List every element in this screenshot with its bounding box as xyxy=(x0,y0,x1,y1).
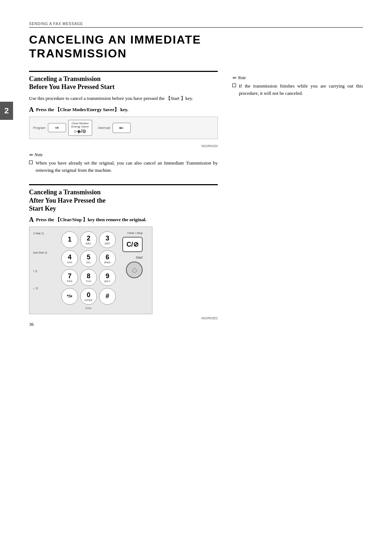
pencil-icon: ✏ xyxy=(29,152,33,158)
start-label: Start xyxy=(136,256,143,259)
step-letter-a: A xyxy=(29,106,34,113)
book-dial-label: ook Dial ⊃ xyxy=(33,251,58,255)
note-item-1: When you have already set the original, … xyxy=(29,159,218,174)
keypad-grid-wrapper: 1 2ABC 3DEF 4GHI 5JKL 6MNO 7PRS 8TUV 9 xyxy=(61,231,116,309)
key-4: 4GHI xyxy=(61,250,78,267)
clear-modes-button: Clear Modes/Energy Saver ○◈/⊚ xyxy=(68,120,92,136)
step-letter-a2: A xyxy=(29,216,34,223)
dash-label: – ⊃ xyxy=(33,286,58,290)
enter-label: Enter xyxy=(61,307,116,309)
c-stop-button: C/⊘ xyxy=(122,237,143,252)
clear-stop-label: Clear / Stop xyxy=(127,231,143,235)
top-divider xyxy=(29,27,363,28)
image-caption-2: ND2R02E2 xyxy=(29,316,218,320)
content-layout: Canceling a Transmission Before You Have… xyxy=(29,71,363,320)
keypad-grid: 1 2ABC 3DEF 4GHI 5JKL 6MNO 7PRS 8TUV 9 xyxy=(61,231,116,305)
section-label: SENDING A FAX MESSAGE xyxy=(29,22,363,26)
program-button: ⇒ xyxy=(48,123,66,132)
note-title-1: ✏ Note xyxy=(29,152,218,158)
start-button: ◇ xyxy=(126,262,143,278)
note-text-1: When you have already set the original, … xyxy=(36,159,218,174)
section2-heading: Canceling a Transmission After You Have … xyxy=(29,184,218,213)
key-image-section1: Program ⇒ Clear Modes/Energy Saver ○◈/⊚ … xyxy=(29,117,218,139)
step-text: Press the 【Clear Modes/Energy Saver】 key… xyxy=(36,106,128,113)
pencil-icon-right: ✏ xyxy=(232,75,236,81)
note-section-1: ✏ Note When you have already set the ori… xyxy=(29,152,218,174)
key-8: 8TUV xyxy=(80,269,97,286)
slash-label: / ⊃ xyxy=(33,269,58,273)
key-1: 1 xyxy=(61,231,78,248)
key-star: */× xyxy=(61,288,78,305)
keypad-main: 1 Dial ⊃ ook Dial ⊃ / ⊃ xyxy=(33,231,148,309)
key-0: 0OPER xyxy=(80,288,97,305)
section2-step: A Press the 【Clear/Stop 】key then remove… xyxy=(29,216,218,223)
key-6: 6MNO xyxy=(99,250,116,267)
section1-body: Use this procedure to cancel a transmiss… xyxy=(29,95,218,102)
key-5: 5JKL xyxy=(80,250,97,267)
key-7: 7PRS xyxy=(61,269,78,286)
key-hash: # xyxy=(99,288,116,305)
page-number: 36 xyxy=(29,321,34,327)
checkbox-icon-right xyxy=(232,84,236,87)
step-text-2: Press the 【Clear/Stop 】key then remove t… xyxy=(36,216,146,223)
right-note-text: If the transmission finishes while you a… xyxy=(239,82,363,97)
chapter-number: 2 xyxy=(4,106,9,116)
key-9: 9WXY xyxy=(99,269,116,286)
section1-heading: Canceling a Transmission Before You Have… xyxy=(29,71,218,91)
right-note-title: ✏ Note xyxy=(232,75,363,81)
right-note-item: If the transmission finishes while you a… xyxy=(232,82,363,97)
main-title: CANCELING AN IMMEDIATETRANSMISSION xyxy=(29,33,363,61)
chapter-tab: 2 xyxy=(0,102,13,120)
right-column: ✏ Note If the transmission finishes whil… xyxy=(232,71,363,320)
checkbox-icon xyxy=(29,161,33,164)
right-note-section: ✏ Note If the transmission finishes whil… xyxy=(232,75,363,97)
keypad-right: Clear / Stop C/⊘ Start ◇ xyxy=(122,231,143,309)
keypad-labels: 1 Dial ⊃ ook Dial ⊃ / ⊃ xyxy=(33,231,58,309)
left-column: Canceling a Transmission Before You Have… xyxy=(29,71,218,320)
key-3: 3DEF xyxy=(99,231,116,248)
key-2: 2ABC xyxy=(80,231,97,248)
dial-label: 1 Dial ⊃ xyxy=(33,231,58,235)
image-caption-1: ND2R01E0 xyxy=(29,144,218,148)
section2: Canceling a Transmission After You Have … xyxy=(29,184,218,320)
keypad-image: 1 Dial ⊃ ook Dial ⊃ / ⊃ xyxy=(29,227,152,314)
section1-step: A Press the 【Clear Modes/Energy Saver】 k… xyxy=(29,106,218,113)
interrupt-button: ⇐ xyxy=(113,123,131,133)
